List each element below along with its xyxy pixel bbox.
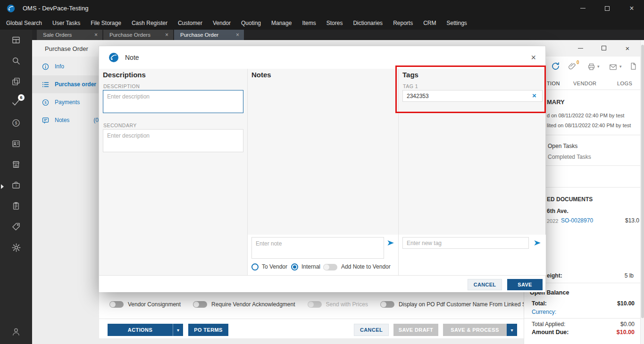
toggle-switch-icon[interactable] (193, 301, 207, 308)
menu-item-manage[interactable]: Manage (266, 16, 297, 30)
menu-item-crm[interactable]: CRM (418, 16, 441, 30)
send-note-icon[interactable] (386, 238, 395, 247)
secondary-description-input[interactable] (103, 129, 243, 152)
save-draft-button[interactable]: SAVE DRAFT (393, 324, 438, 336)
menu-item-quoting[interactable]: Quoting (236, 16, 266, 30)
nav-item-payments[interactable]: $ Payments (32, 93, 99, 111)
new-tag-input[interactable] (402, 237, 529, 249)
panel-tab-action[interactable]: TION (547, 81, 560, 86)
actions-dropdown-button[interactable]: ▾ (173, 324, 183, 336)
notes-column: Notes To Vendor Internal Add Note to Ven… (247, 69, 398, 275)
menu-item-items[interactable]: Items (297, 16, 321, 30)
sidebar-tasks-button[interactable]: 6 (0, 92, 32, 113)
modal-cancel-button[interactable]: CANCEL (468, 279, 502, 290)
po-minimize-button[interactable] (569, 42, 592, 54)
save-process-split-button[interactable]: SAVE & PROCESS ▾ (443, 324, 517, 336)
sidebar-settings-button[interactable] (0, 237, 32, 258)
document-icon[interactable] (629, 62, 638, 71)
tab-close-icon[interactable]: × (236, 32, 239, 38)
menu-item-stores[interactable]: Stores (321, 16, 348, 30)
menu-item-vendor[interactable]: Vendor (208, 16, 236, 30)
panel-tab-logs[interactable]: LOGS (617, 81, 632, 86)
panel-tab-vendor[interactable]: VENDOR (573, 81, 596, 86)
refresh-icon[interactable] (551, 61, 560, 71)
sidebar-expand-chevron-icon[interactable] (1, 184, 4, 189)
toggle-label: Display on PO Pdf Customer Name From Lin… (399, 301, 530, 308)
toggle-switch-icon[interactable] (380, 301, 394, 308)
close-icon: × (626, 44, 630, 52)
tab-purchase-orders[interactable]: Purchase Orders × (103, 30, 173, 40)
po-cancel-button[interactable]: CANCEL (354, 324, 389, 336)
toggle-switch-icon[interactable] (109, 301, 124, 308)
menu-item-cash-register[interactable]: Cash Register (126, 16, 173, 30)
email-dropdown-icon[interactable]: ▾ (619, 64, 622, 69)
po-terms-button[interactable]: PO TERMS (188, 324, 228, 336)
tab-purchase-order[interactable]: Purchase Order × (174, 30, 244, 40)
nav-item-notes[interactable]: Notes (0 (32, 111, 99, 129)
menu-item-file-storage[interactable]: File Storage (85, 16, 126, 30)
po-window-controls: × (569, 42, 639, 54)
vertical-scrollbar[interactable] (640, 40, 644, 344)
minimize-button[interactable] (570, 0, 595, 16)
send-tag-icon[interactable] (533, 238, 542, 247)
save-process-button[interactable]: SAVE & PROCESS (443, 324, 507, 336)
modal-close-icon[interactable]: × (531, 53, 536, 63)
actions-button[interactable]: ACTIONS (108, 324, 173, 336)
toggle-require-vendor-acknowledgment[interactable]: Require Vendor Acknowledgment (193, 301, 295, 308)
radio-internal[interactable] (291, 263, 298, 270)
maximize-button[interactable] (595, 0, 619, 16)
tab-close-icon[interactable]: × (165, 32, 168, 38)
sidebar-clipboard-button[interactable] (0, 196, 32, 216)
list-icon (42, 81, 50, 89)
menu-item-dictionaries[interactable]: Dictionaries (348, 16, 388, 30)
description-input[interactable] (103, 90, 243, 113)
sidebar-jobs-button[interactable]: ? (0, 175, 32, 196)
toggle-display-po-pdf-customer-name[interactable]: Display on PO Pdf Customer Name From Lin… (380, 301, 530, 308)
close-button[interactable]: × (619, 0, 644, 16)
clear-tag-icon[interactable]: × (532, 91, 536, 99)
paperclip-icon[interactable] (568, 62, 577, 71)
sidebar-folders-button[interactable] (0, 71, 32, 92)
menu-item-global-search[interactable]: Global Search (1, 16, 47, 30)
add-note-to-vendor-toggle[interactable] (323, 264, 337, 270)
sidebar-payments-button[interactable]: $ (0, 113, 32, 133)
completed-tasks-label[interactable]: Completed Tasks (548, 154, 591, 160)
open-tasks-label[interactable]: Open Tasks (548, 143, 577, 149)
tab-close-icon[interactable]: × (94, 32, 98, 38)
po-window-title: Purchase Order (45, 45, 88, 52)
document-link[interactable]: SO-0028970 (561, 217, 593, 224)
toggle-vendor-consignment[interactable]: Vendor Consignment (109, 301, 181, 308)
menu-item-user-tasks[interactable]: User Tasks (47, 16, 85, 30)
save-process-dropdown-button[interactable]: ▾ (507, 324, 517, 336)
modal-save-button[interactable]: SAVE (507, 279, 543, 290)
clipboard-icon (11, 201, 21, 211)
sidebar-profile-button[interactable] (0, 321, 32, 342)
radio-to-vendor-label[interactable]: To Vendor (262, 263, 287, 270)
menu-item-customer[interactable]: Customer (173, 16, 208, 30)
sidebar-store-button[interactable] (0, 154, 32, 175)
sidebar-contacts-button[interactable] (0, 133, 32, 154)
po-close-button[interactable]: × (616, 42, 639, 54)
tag1-input[interactable] (402, 90, 543, 102)
menu-item-settings[interactable]: Settings (441, 16, 472, 30)
radio-to-vendor[interactable] (251, 263, 259, 270)
tab-bar: Sale Orders × Purchase Orders × Purchase… (32, 30, 644, 40)
printer-icon[interactable] (587, 62, 596, 71)
sidebar-dashboard-button[interactable] (0, 30, 32, 50)
currency-link[interactable]: Currency: (532, 309, 556, 315)
app-root: OMS - DevPace-Testing × Global Search Us… (0, 0, 644, 344)
note-input[interactable] (251, 237, 384, 259)
scrollbar-thumb[interactable] (641, 45, 644, 318)
printer-dropdown-icon[interactable]: ▾ (597, 64, 600, 69)
nav-item-purchase-order[interactable]: Purchase order (32, 75, 99, 93)
email-icon[interactable] (609, 63, 618, 72)
tab-sale-orders[interactable]: Sale Orders × (37, 30, 102, 40)
menu-item-reports[interactable]: Reports (388, 16, 418, 30)
sidebar-search-button[interactable] (0, 50, 32, 71)
radio-internal-label[interactable]: Internal (301, 263, 320, 270)
nav-item-info[interactable]: Info (32, 57, 99, 75)
sidebar-tags-button[interactable] (0, 216, 32, 237)
app-logo-icon (7, 4, 15, 13)
po-maximize-button[interactable] (592, 42, 616, 54)
actions-split-button[interactable]: ACTIONS ▾ (108, 324, 183, 336)
